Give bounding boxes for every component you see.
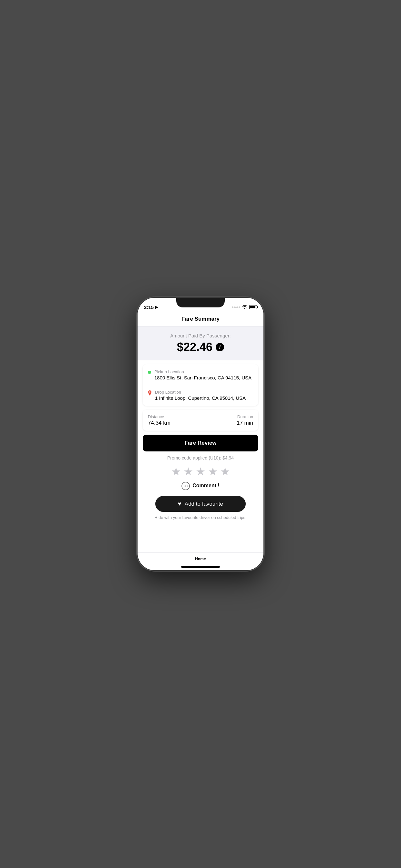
pickup-row: Pickup Location 1800 Ellis St, San Franc… (148, 369, 253, 380)
duration-stat: Duration 17 min (237, 414, 253, 426)
drop-pin-icon (148, 391, 152, 397)
battery-icon (249, 305, 257, 309)
bottom-spacer (137, 526, 264, 546)
distance-label: Distance (148, 414, 171, 419)
comment-label[interactable]: Comment ! (192, 483, 220, 489)
add-to-favourite-button[interactable]: ♥ Add to favourite (155, 496, 246, 512)
star-5[interactable]: ★ (220, 465, 230, 478)
svg-point-3 (187, 486, 188, 487)
star-3[interactable]: ★ (196, 465, 205, 478)
distance-value: 74.34 km (148, 420, 171, 426)
amount-value-row: $22.46 i (144, 340, 257, 354)
svg-point-1 (184, 486, 185, 487)
distance-stat: Distance 74.34 km (148, 414, 171, 426)
phone-frame: 3:15 ▶ (137, 298, 264, 570)
rating-stars[interactable]: ★ ★ ★ ★ ★ (137, 465, 264, 478)
pickup-address: 1800 Ellis St, San Francisco, CA 94115, … (154, 375, 253, 380)
svg-point-2 (185, 486, 186, 487)
home-tab[interactable]: Home (137, 552, 264, 564)
duration-value: 17 min (237, 420, 253, 426)
location-card: Pickup Location 1800 Ellis St, San Franc… (143, 364, 258, 406)
star-2[interactable]: ★ (183, 465, 193, 478)
home-indicator (137, 564, 264, 570)
promo-code-text: Promo code applied (U10): $4.94 (137, 455, 264, 461)
page-title: Fare Summary (181, 316, 220, 322)
drop-label: Drop Location (155, 390, 253, 395)
home-tab-label[interactable]: Home (195, 557, 206, 561)
drop-address: 1 Infinite Loop, Cupertino, CA 95014, US… (155, 395, 253, 401)
comment-bubble-icon (181, 482, 190, 490)
amount-value: $22.46 (177, 340, 212, 354)
fare-review-button[interactable]: Fare Review (143, 435, 258, 452)
favourite-button-container: ♥ Add to favourite (137, 496, 264, 515)
signal-icon (232, 306, 240, 308)
drop-row: Drop Location 1 Infinite Loop, Cupertino… (148, 385, 253, 401)
notch (176, 298, 225, 307)
wifi-icon (242, 305, 247, 310)
location-arrow-icon: ▶ (155, 305, 158, 309)
time-display: 3:15 (144, 305, 154, 310)
amount-label: Amount Paid By Passenger: (144, 333, 257, 338)
pickup-label: Pickup Location (154, 369, 253, 374)
home-bar (181, 566, 220, 568)
pickup-dot-icon (148, 371, 151, 374)
screen-content[interactable]: Fare Summary Amount Paid By Passenger: $… (137, 312, 264, 552)
favourite-subtext: Ride with your favourite driver on sched… (137, 515, 264, 520)
heart-icon: ♥ (178, 500, 181, 507)
trip-stats: Distance 74.34 km Duration 17 min (143, 410, 258, 431)
star-4[interactable]: ★ (208, 465, 218, 478)
comment-row[interactable]: Comment ! (137, 482, 264, 490)
phone-screen: 3:15 ▶ (137, 298, 264, 570)
nav-header: Fare Summary (137, 312, 264, 327)
status-icons (232, 305, 257, 310)
star-1[interactable]: ★ (171, 465, 181, 478)
status-time: 3:15 ▶ (144, 305, 158, 310)
info-icon[interactable]: i (216, 343, 224, 351)
duration-label: Duration (237, 414, 253, 419)
amount-section: Amount Paid By Passenger: $22.46 i (137, 327, 264, 361)
favourite-button-label: Add to favourite (185, 501, 223, 507)
